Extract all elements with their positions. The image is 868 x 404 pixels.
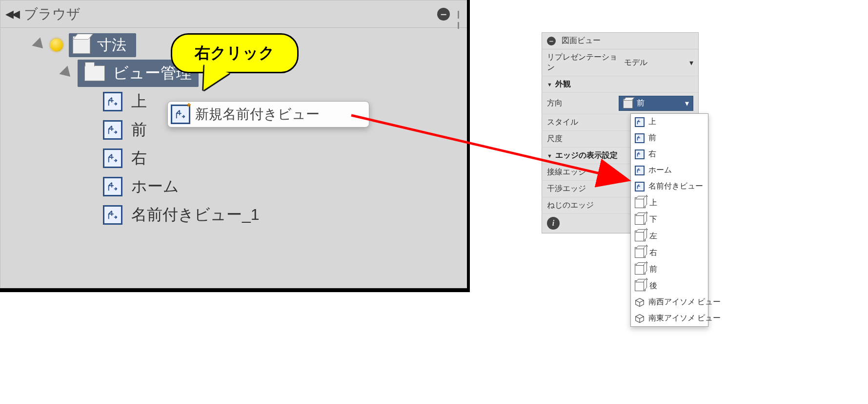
wire-cube-icon bbox=[635, 231, 646, 241]
view-icon bbox=[635, 133, 645, 143]
dd-label: 後 bbox=[649, 281, 657, 291]
dd-label: ホーム bbox=[648, 165, 672, 175]
context-menu-item-new-named-view[interactable]: 新規名前付きビュー bbox=[195, 105, 320, 124]
dd-label: 前 bbox=[648, 133, 656, 143]
cube-icon bbox=[73, 36, 90, 54]
dd-item-wire-front[interactable]: 前 bbox=[631, 261, 708, 277]
label-representation: リプレゼンテーション bbox=[547, 52, 620, 73]
select-direction[interactable]: 前 bbox=[619, 96, 693, 111]
dd-item-wire-bottom[interactable]: 下 bbox=[631, 211, 708, 228]
view-icon bbox=[103, 92, 122, 111]
dd-item-named-view[interactable]: 名前付きビュー bbox=[631, 178, 708, 194]
expand-icon[interactable] bbox=[59, 65, 74, 81]
dd-label: 右 bbox=[649, 248, 657, 258]
label-direction: 方向 bbox=[547, 98, 615, 108]
dd-item-right[interactable]: 右 bbox=[631, 146, 708, 162]
wire-cube-icon bbox=[635, 280, 646, 291]
grip-icon[interactable] bbox=[458, 11, 464, 18]
dd-item-iso-se[interactable]: 南東アイソメ ビュー bbox=[631, 310, 708, 326]
direction-dropdown: 上 前 右 ホーム 名前付きビュー 上 下 左 右 前 後 bbox=[630, 113, 708, 327]
panel-border bbox=[0, 288, 470, 292]
label-interference-edge: 干渉エッジ bbox=[547, 184, 620, 194]
context-menu: 新規名前付きビュー bbox=[167, 101, 369, 128]
cube-icon bbox=[623, 99, 633, 108]
dd-label: 名前付きビュー bbox=[648, 181, 703, 191]
dd-item-wire-back[interactable]: 後 bbox=[631, 277, 708, 294]
new-named-view-icon bbox=[171, 105, 190, 124]
select-representation[interactable]: モデル▾ bbox=[624, 58, 693, 68]
dd-item-wire-top[interactable]: 上 bbox=[631, 194, 708, 211]
view-icon bbox=[635, 166, 645, 175]
info-icon[interactable]: i bbox=[547, 217, 560, 230]
view-icon bbox=[103, 149, 122, 168]
label-style: スタイル bbox=[547, 117, 620, 128]
tree-row-view-right[interactable]: 右 bbox=[5, 144, 469, 172]
dd-label: 右 bbox=[648, 149, 656, 159]
tree-row-view-named1[interactable]: 名前付きビュー_1 bbox=[5, 201, 469, 229]
section-appearance[interactable]: 外観 bbox=[542, 76, 698, 93]
dd-item-front[interactable]: 前 bbox=[631, 130, 708, 146]
rewind-icon[interactable]: ◀◀ bbox=[5, 8, 18, 21]
dd-label: 下 bbox=[649, 214, 657, 225]
dd-item-wire-right[interactable]: 右 bbox=[631, 244, 708, 261]
dd-item-top[interactable]: 上 bbox=[631, 114, 708, 130]
dd-item-home[interactable]: ホーム bbox=[631, 162, 708, 178]
collapse-icon[interactable]: – bbox=[547, 37, 556, 45]
wire-cube-icon bbox=[635, 214, 646, 225]
drawing-view-header: – 図面ビュー bbox=[542, 33, 698, 49]
wire-cube-icon bbox=[635, 197, 646, 208]
label-scale: 尺度 bbox=[547, 134, 620, 144]
view-icon bbox=[103, 177, 122, 196]
iso-cube-icon bbox=[635, 298, 645, 307]
dd-label: 左 bbox=[649, 231, 657, 241]
tree-row-view-home[interactable]: ホーム bbox=[5, 172, 469, 201]
drawing-view-title: 図面ビュー bbox=[562, 36, 601, 46]
view-icon bbox=[103, 205, 122, 225]
tree-view-label: 上 bbox=[128, 91, 147, 112]
minimize-icon[interactable]: – bbox=[437, 8, 450, 21]
browser-title: ブラウザ bbox=[24, 5, 431, 23]
dd-label: 上 bbox=[649, 198, 657, 208]
wire-cube-icon bbox=[635, 264, 646, 275]
tree-label-dimension: 寸法 bbox=[95, 35, 126, 55]
dd-label: 南東アイソメ ビュー bbox=[648, 313, 721, 323]
label-tangent-edge: 接線エッジ bbox=[547, 167, 620, 177]
expand-icon[interactable] bbox=[32, 37, 47, 52]
tree-view-label: 前 bbox=[128, 119, 147, 141]
callout-label: 右クリック bbox=[195, 44, 275, 62]
tree-view-label: ホーム bbox=[128, 176, 179, 197]
panel-border bbox=[467, 0, 470, 292]
view-icon bbox=[103, 120, 122, 140]
bulb-icon bbox=[50, 39, 63, 51]
dd-item-wire-left[interactable]: 左 bbox=[631, 228, 708, 244]
dd-label: 前 bbox=[649, 264, 657, 275]
view-icon bbox=[635, 149, 645, 159]
label-thread-edge: ねじのエッジ bbox=[547, 200, 620, 211]
callout-right-click: 右クリック bbox=[171, 33, 299, 73]
browser-header: ◀◀ ブラウザ – bbox=[0, 0, 469, 28]
dd-label: 上 bbox=[648, 117, 656, 127]
folder-icon bbox=[84, 65, 105, 81]
dd-item-iso-sw[interactable]: 南西アイソメ ビュー bbox=[631, 294, 708, 310]
tree-view-label: 右 bbox=[128, 148, 147, 169]
row-direction: 方向 前 bbox=[542, 93, 698, 114]
dd-label: 南西アイソメ ビュー bbox=[648, 297, 721, 307]
view-icon bbox=[635, 182, 645, 191]
row-representation: リプレゼンテーション モデル▾ bbox=[542, 49, 698, 76]
wire-cube-icon bbox=[635, 247, 646, 258]
tree-view-label: 名前付きビュー_1 bbox=[128, 204, 260, 226]
iso-cube-icon bbox=[635, 314, 645, 323]
view-icon bbox=[635, 117, 645, 127]
